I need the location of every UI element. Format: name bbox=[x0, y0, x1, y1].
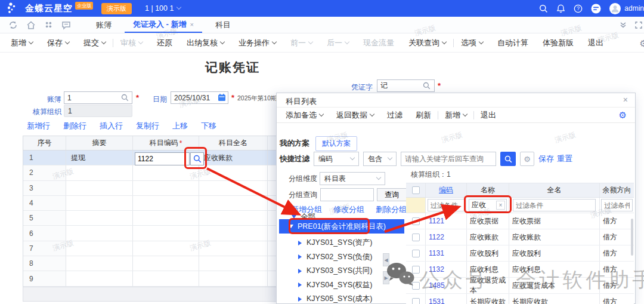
tree-child-node[interactable]: KJYS04_SYS(权益) bbox=[298, 278, 405, 293]
account-row[interactable]: 1531 长期应收款 长期应收款 借方 bbox=[406, 294, 634, 304]
account-row[interactable]: 1122 应收账款 应收账款 借方 bbox=[406, 229, 634, 245]
summary-cell[interactable] bbox=[66, 181, 133, 195]
service-icon[interactable] bbox=[591, 4, 601, 14]
org-switcher[interactable]: 1 | 100 1 bbox=[145, 4, 181, 13]
default-plan-button[interactable]: 默认方案 bbox=[315, 136, 357, 151]
summary-cell[interactable] bbox=[66, 241, 133, 256]
search-button[interactable] bbox=[500, 152, 516, 166]
cashier-review-button[interactable]: 出纳复核 bbox=[179, 38, 231, 48]
lookup-icon[interactable] bbox=[423, 82, 431, 90]
dialog-scrollbar[interactable] bbox=[631, 219, 633, 256]
row-action-link[interactable]: 下移 bbox=[201, 121, 216, 131]
summary-cell[interactable] bbox=[66, 211, 133, 225]
filter-settings-button[interactable]: ⚙ bbox=[520, 152, 534, 166]
previous-button[interactable]: 前一 bbox=[283, 38, 320, 48]
save-filter-link[interactable]: 保存 bbox=[538, 153, 554, 164]
message-icon[interactable] bbox=[61, 20, 71, 30]
collapse-right-icon[interactable]: ▶ bbox=[383, 271, 389, 284]
filter-field-select[interactable]: 编码 bbox=[314, 152, 359, 166]
sync-icon[interactable] bbox=[8, 20, 18, 30]
select-all-checkbox[interactable] bbox=[412, 186, 420, 194]
tree-child-node[interactable]: KJYS03_SYS(共同) bbox=[298, 264, 405, 278]
reset-filter-link[interactable]: 重置 bbox=[557, 153, 572, 164]
new-button[interactable]: 新增 bbox=[4, 38, 40, 48]
account-row[interactable]: 1485 应收退货成本 应收退货成本 借方 bbox=[406, 278, 634, 294]
save-button[interactable]: 保存 bbox=[40, 38, 76, 48]
summary-cell[interactable] bbox=[66, 165, 133, 180]
row-action-link[interactable]: 删除行 bbox=[63, 121, 86, 131]
row-checkbox[interactable] bbox=[412, 266, 420, 274]
row-action-link[interactable]: 插入行 bbox=[100, 121, 123, 131]
row-checkbox[interactable] bbox=[412, 298, 420, 304]
close-tab-icon[interactable]: × bbox=[190, 21, 194, 28]
account-code-cell[interactable] bbox=[133, 271, 199, 285]
expand-window-icon[interactable] bbox=[634, 21, 643, 29]
audit-button[interactable]: 审核 bbox=[113, 38, 150, 48]
tree-child-node[interactable]: KJYS05_SYS(成本) bbox=[298, 292, 405, 304]
direction-filter-input[interactable] bbox=[601, 199, 632, 211]
row-checkbox[interactable] bbox=[412, 282, 420, 290]
tab-voucher-entry[interactable]: 凭证录入 - 新增× bbox=[125, 17, 202, 33]
try-new-version-button[interactable]: 体验新版 bbox=[535, 38, 581, 48]
related-query-button[interactable]: 关联查询 bbox=[401, 38, 453, 48]
options-button[interactable]: 选项 bbox=[454, 38, 490, 48]
row-checkbox[interactable] bbox=[412, 234, 420, 241]
bell-icon[interactable] bbox=[556, 4, 565, 13]
group-dimension-select[interactable]: 科目表 bbox=[320, 172, 385, 185]
tab-accounts[interactable]: 科目 bbox=[207, 17, 239, 33]
apps-grid-icon[interactable] bbox=[44, 20, 53, 29]
account-row[interactable]: 1132 应收利息 应收利息 借方 bbox=[406, 262, 634, 278]
next-button[interactable]: 后一 bbox=[320, 38, 356, 48]
clear-filter-icon[interactable]: × bbox=[496, 201, 505, 210]
row-checkbox[interactable] bbox=[412, 250, 420, 257]
row-action-link[interactable]: 上移 bbox=[172, 121, 188, 131]
auto-calc-button[interactable]: 自动计算 bbox=[490, 38, 535, 48]
account-code-input[interactable] bbox=[135, 152, 190, 165]
summary-cell[interactable] bbox=[66, 256, 133, 271]
summary-cell[interactable]: 提现 bbox=[66, 151, 133, 165]
tab-account-books[interactable]: 账簿 bbox=[88, 17, 120, 33]
account-row[interactable]: 1121 应收票据 应收票据 借方 bbox=[406, 213, 634, 229]
close-icon[interactable]: × bbox=[623, 95, 628, 105]
exit-dialog-button[interactable]: 退出 bbox=[474, 110, 503, 121]
account-lookup-button[interactable] bbox=[190, 152, 204, 165]
account-code-cell[interactable] bbox=[133, 211, 199, 225]
code-cell[interactable]: 1131 bbox=[426, 245, 467, 261]
return-data-button[interactable]: 返回数据 bbox=[330, 110, 380, 121]
code-cell[interactable]: 1122 bbox=[426, 229, 467, 245]
account-row[interactable]: 1131 应收股利 应收股利 借方 bbox=[406, 245, 634, 262]
lookup-icon[interactable] bbox=[121, 94, 129, 102]
account-code-cell[interactable] bbox=[133, 241, 199, 256]
search-icon[interactable] bbox=[539, 4, 548, 13]
new-account-button[interactable]: 新增 bbox=[438, 110, 473, 121]
avatar[interactable] bbox=[609, 3, 621, 14]
business-ops-button[interactable]: 业务操作 bbox=[231, 38, 283, 48]
add-candidates-button[interactable]: 添加备选 bbox=[279, 110, 330, 121]
fullname-filter-input[interactable] bbox=[513, 199, 596, 211]
submit-button[interactable]: 提交 bbox=[76, 38, 113, 48]
gear-icon[interactable]: ⚙ bbox=[619, 110, 627, 121]
summary-cell[interactable] bbox=[66, 226, 133, 240]
help-icon[interactable]: ? bbox=[574, 4, 583, 13]
home-icon[interactable] bbox=[26, 20, 36, 30]
filter-operator-select[interactable]: 包含 bbox=[363, 152, 397, 166]
tree-child-node[interactable]: KJYS01_SYS(资产) bbox=[298, 236, 405, 250]
summary-cell[interactable] bbox=[66, 271, 133, 285]
name-filter-input[interactable]: 应收 × bbox=[469, 199, 507, 211]
gear-icon[interactable]: ⚙ bbox=[640, 38, 644, 49]
tree-selected-node[interactable]: PRE01(新会计准则科目表) bbox=[279, 219, 404, 234]
summary-cell[interactable] bbox=[66, 196, 133, 210]
account-code-cell[interactable] bbox=[133, 226, 199, 240]
account-code-cell[interactable] bbox=[133, 181, 199, 195]
keyword-input[interactable] bbox=[401, 152, 496, 166]
cash-flow-button[interactable]: 现金流量 bbox=[356, 38, 401, 48]
account-code-cell[interactable] bbox=[133, 256, 199, 271]
tree-child-node[interactable]: KJYS02_SYS(负债) bbox=[298, 250, 405, 265]
row-checkbox[interactable] bbox=[412, 217, 420, 225]
collapse-tabs-icon[interactable] bbox=[619, 21, 627, 29]
group-search-button[interactable]: 查询 bbox=[377, 188, 407, 201]
account-code-cell[interactable] bbox=[133, 165, 199, 180]
group-search-input[interactable] bbox=[320, 188, 374, 201]
code-cell[interactable]: 1121 bbox=[426, 213, 467, 229]
refresh-button[interactable]: 刷新 bbox=[409, 110, 438, 121]
